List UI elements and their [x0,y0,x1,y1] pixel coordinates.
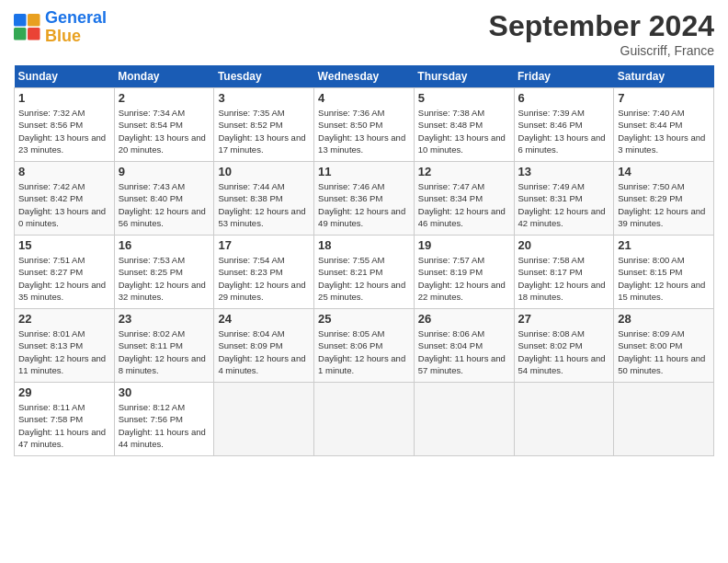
day-info: Sunrise: 7:36 AMSunset: 8:50 PMDaylight:… [318,107,410,155]
day-number: 6 [518,91,610,105]
day-info: Sunrise: 7:46 AMSunset: 8:36 PMDaylight:… [318,180,410,229]
calendar-cell: 19 Sunrise: 7:57 AMSunset: 8:19 PMDaylig… [414,236,514,309]
calendar-cell: 15 Sunrise: 7:51 AMSunset: 8:27 PMDaylig… [15,236,115,309]
day-number: 19 [418,238,510,252]
calendar-cell: 2 Sunrise: 7:34 AMSunset: 8:54 PMDayligh… [114,88,214,162]
day-number: 30 [119,385,210,399]
calendar-cell: 3 Sunrise: 7:35 AMSunset: 8:52 PMDayligh… [214,88,314,162]
calendar-cell: 20 Sunrise: 7:58 AMSunset: 8:17 PMDaylig… [514,236,614,309]
col-saturday: Saturday [614,65,714,88]
day-info: Sunrise: 7:40 AMSunset: 8:44 PMDaylight:… [618,107,710,155]
day-number: 18 [318,238,410,252]
day-info: Sunrise: 8:06 AMSunset: 8:04 PMDaylight:… [418,327,510,376]
calendar-cell: 11 Sunrise: 7:46 AMSunset: 8:36 PMDaylig… [314,162,415,236]
header-row: Sunday Monday Tuesday Wednesday Thursday… [15,65,714,88]
month-title: September 2024 [489,9,714,43]
calendar-cell: 30 Sunrise: 8:12 AMSunset: 7:56 PMDaylig… [114,383,214,456]
calendar-cell: 23 Sunrise: 8:02 AMSunset: 8:11 PMDaylig… [114,309,214,383]
day-number: 17 [218,238,310,252]
day-info: Sunrise: 7:44 AMSunset: 8:38 PMDaylight:… [218,180,310,229]
day-number: 13 [518,165,610,178]
calendar-cell [614,383,714,456]
day-number: 28 [618,312,710,326]
calendar-cell: 18 Sunrise: 7:55 AMSunset: 8:21 PMDaylig… [314,236,415,309]
calendar-cell: 4 Sunrise: 7:36 AMSunset: 8:50 PMDayligh… [314,88,415,162]
logo-icon [14,14,41,41]
day-info: Sunrise: 7:50 AMSunset: 8:29 PMDaylight:… [618,180,710,229]
header: GeneralBlue September 2024 Guiscriff, Fr… [14,9,714,58]
calendar-week-2: 8 Sunrise: 7:42 AMSunset: 8:42 PMDayligh… [15,162,714,236]
col-wednesday: Wednesday [314,65,415,88]
day-number: 27 [518,312,610,326]
day-info: Sunrise: 7:42 AMSunset: 8:42 PMDaylight:… [18,180,110,229]
calendar-cell [514,383,614,456]
day-number: 2 [119,91,210,105]
day-info: Sunrise: 7:35 AMSunset: 8:52 PMDaylight:… [218,107,310,155]
calendar-week-4: 22 Sunrise: 8:01 AMSunset: 8:13 PMDaylig… [15,309,714,383]
day-info: Sunrise: 7:43 AMSunset: 8:40 PMDaylight:… [119,180,210,229]
day-info: Sunrise: 7:58 AMSunset: 8:17 PMDaylight:… [518,254,610,303]
day-info: Sunrise: 7:34 AMSunset: 8:54 PMDaylight:… [119,107,210,155]
day-number: 3 [218,91,310,105]
day-info: Sunrise: 8:11 AMSunset: 7:58 PMDaylight:… [18,401,110,450]
day-number: 21 [618,238,710,252]
day-number: 22 [18,312,110,326]
calendar-cell: 27 Sunrise: 8:08 AMSunset: 8:02 PMDaylig… [514,309,614,383]
calendar-cell: 29 Sunrise: 8:11 AMSunset: 7:58 PMDaylig… [15,383,115,456]
title-section: September 2024 Guiscriff, France [489,9,714,58]
day-number: 15 [18,238,110,252]
day-number: 4 [318,91,410,105]
day-info: Sunrise: 7:53 AMSunset: 8:25 PMDaylight:… [119,254,210,303]
day-info: Sunrise: 7:54 AMSunset: 8:23 PMDaylight:… [218,254,310,303]
calendar-cell: 6 Sunrise: 7:39 AMSunset: 8:46 PMDayligh… [514,88,614,162]
day-info: Sunrise: 7:51 AMSunset: 8:27 PMDaylight:… [18,254,110,303]
day-info: Sunrise: 7:47 AMSunset: 8:34 PMDaylight:… [418,180,510,229]
col-friday: Friday [514,65,614,88]
calendar-cell: 14 Sunrise: 7:50 AMSunset: 8:29 PMDaylig… [614,162,714,236]
day-info: Sunrise: 7:32 AMSunset: 8:56 PMDaylight:… [18,107,110,155]
col-thursday: Thursday [414,65,514,88]
col-sunday: Sunday [15,65,115,88]
calendar-cell [314,383,415,456]
day-number: 12 [418,165,510,178]
day-number: 11 [318,165,410,178]
day-number: 9 [119,165,210,178]
calendar-cell: 13 Sunrise: 7:49 AMSunset: 8:31 PMDaylig… [514,162,614,236]
calendar-cell: 17 Sunrise: 7:54 AMSunset: 8:23 PMDaylig… [214,236,314,309]
day-number: 14 [618,165,710,178]
day-number: 24 [218,312,310,326]
logo-text: GeneralBlue [45,9,107,46]
day-info: Sunrise: 7:39 AMSunset: 8:46 PMDaylight:… [518,107,610,155]
day-info: Sunrise: 8:00 AMSunset: 8:15 PMDaylight:… [618,254,710,303]
day-info: Sunrise: 8:09 AMSunset: 8:00 PMDaylight:… [618,327,710,376]
svg-rect-3 [28,28,40,40]
day-number: 1 [18,91,110,105]
calendar-cell: 24 Sunrise: 8:04 AMSunset: 8:09 PMDaylig… [214,309,314,383]
calendar-cell: 9 Sunrise: 7:43 AMSunset: 8:40 PMDayligh… [114,162,214,236]
day-number: 29 [18,385,110,399]
calendar-cell: 12 Sunrise: 7:47 AMSunset: 8:34 PMDaylig… [414,162,514,236]
calendar-cell: 26 Sunrise: 8:06 AMSunset: 8:04 PMDaylig… [414,309,514,383]
calendar-week-3: 15 Sunrise: 7:51 AMSunset: 8:27 PMDaylig… [15,236,714,309]
svg-rect-2 [14,28,27,40]
day-info: Sunrise: 8:04 AMSunset: 8:09 PMDaylight:… [218,327,310,376]
calendar-week-1: 1 Sunrise: 7:32 AMSunset: 8:56 PMDayligh… [15,88,714,162]
location: Guiscriff, France [489,43,714,58]
calendar-cell: 28 Sunrise: 8:09 AMSunset: 8:00 PMDaylig… [614,309,714,383]
calendar-cell: 22 Sunrise: 8:01 AMSunset: 8:13 PMDaylig… [15,309,115,383]
calendar-cell: 7 Sunrise: 7:40 AMSunset: 8:44 PMDayligh… [614,88,714,162]
day-info: Sunrise: 7:49 AMSunset: 8:31 PMDaylight:… [518,180,610,229]
day-number: 8 [18,165,110,178]
day-info: Sunrise: 8:08 AMSunset: 8:02 PMDaylight:… [518,327,610,376]
svg-rect-1 [28,14,40,27]
day-number: 10 [218,165,310,178]
day-number: 5 [418,91,510,105]
calendar-table: Sunday Monday Tuesday Wednesday Thursday… [14,65,714,456]
day-info: Sunrise: 8:01 AMSunset: 8:13 PMDaylight:… [18,327,110,376]
calendar-cell: 8 Sunrise: 7:42 AMSunset: 8:42 PMDayligh… [15,162,115,236]
day-info: Sunrise: 7:38 AMSunset: 8:48 PMDaylight:… [418,107,510,155]
page: GeneralBlue September 2024 Guiscriff, Fr… [0,0,728,465]
calendar-cell [214,383,314,456]
day-number: 26 [418,312,510,326]
day-number: 20 [518,238,610,252]
